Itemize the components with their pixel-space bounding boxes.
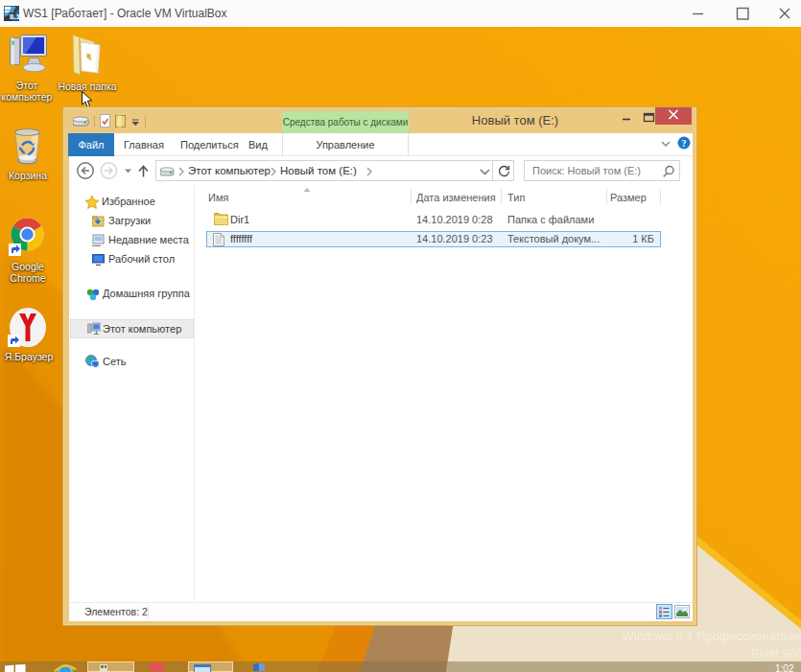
svg-text:8.1: 8.1 [10, 12, 19, 21]
svg-text:?: ? [682, 138, 687, 149]
